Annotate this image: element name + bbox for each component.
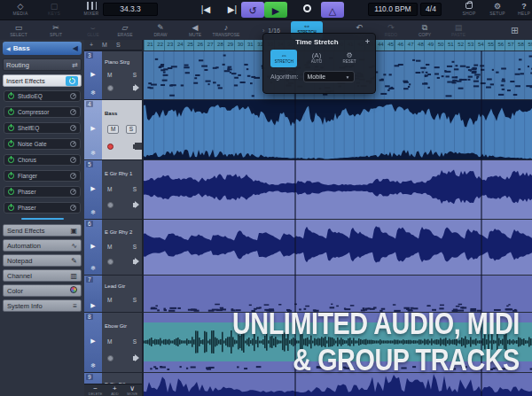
record-button[interactable]: [296, 4, 317, 14]
delete-track-button[interactable]: −DELETE: [89, 385, 103, 396]
move-tracks-icon[interactable]: +: [90, 40, 93, 50]
lane-bass[interactable]: [144, 99, 532, 159]
solo-button[interactable]: S: [133, 186, 137, 193]
track-row[interactable]: 4▶❄BassMS: [84, 99, 142, 159]
power-icon[interactable]: [8, 93, 14, 99]
inspector-section-notepad[interactable]: Notepad✎: [3, 254, 82, 267]
speaker-icon[interactable]: [133, 203, 137, 207]
mute-button[interactable]: M: [107, 338, 112, 346]
mute-button[interactable]: M: [107, 186, 112, 193]
inspector-track-header[interactable]: ◀ Bass ◀: [3, 42, 82, 55]
speaker-icon[interactable]: [133, 356, 137, 361]
tool-mute[interactable]: ◀MUTE: [180, 23, 210, 37]
effect-slot-shelfeq[interactable]: ShelfEQ: [4, 122, 81, 134]
shop-button[interactable]: SHOP: [458, 2, 481, 16]
bypass-knob-icon[interactable]: [70, 173, 76, 179]
effect-slot-compressor[interactable]: Compressor: [4, 106, 81, 118]
play-button[interactable]: ▶: [264, 2, 287, 18]
power-icon[interactable]: [8, 205, 14, 211]
record-arm-button[interactable]: [107, 259, 113, 265]
record-arm-button[interactable]: [107, 355, 113, 361]
time-signature-display[interactable]: 4/4: [420, 3, 442, 16]
monitor-icon[interactable]: ▶: [90, 185, 95, 192]
inspector-section-automation[interactable]: Automation∿: [3, 239, 82, 252]
power-icon[interactable]: [8, 125, 14, 131]
track-row[interactable]: 6▶❄E Gtr Rhy 2MS: [84, 219, 142, 275]
move-track-button[interactable]: ∨MOVE: [127, 385, 137, 396]
stretch-mode-reset[interactable]: ⚙RESET: [336, 50, 363, 67]
solo-button[interactable]: S: [133, 244, 137, 251]
tempo-display[interactable]: 110.0 BPM: [368, 3, 418, 16]
inspector-section-channel[interactable]: Channel▥: [3, 269, 82, 282]
effect-slot-phaser[interactable]: Phaser: [4, 186, 81, 198]
bypass-knob-icon[interactable]: [70, 93, 76, 99]
effect-slot-chorus[interactable]: Chorus: [4, 154, 81, 166]
freeze-icon[interactable]: ❄: [90, 265, 96, 272]
global-mute-button[interactable]: M: [102, 40, 107, 50]
tool-glue[interactable]: ⌣GLUE: [78, 23, 108, 37]
help-button[interactable]: ?HELP: [512, 2, 532, 16]
copy-button[interactable]: ⧉COPY: [410, 23, 440, 37]
bypass-knob-icon[interactable]: [70, 205, 76, 211]
freeze-icon[interactable]: ❄: [90, 209, 96, 216]
solo-button[interactable]: S: [133, 72, 137, 79]
track-row[interactable]: 5▶❄E Gtr Rhy 1MS: [84, 159, 142, 219]
inspector-row-insert-effects[interactable]: Insert Effects: [3, 74, 82, 87]
setup-button[interactable]: ⚙SETUP: [486, 2, 509, 16]
power-icon[interactable]: [8, 141, 14, 147]
power-icon[interactable]: [8, 157, 14, 163]
freeze-icon[interactable]: ❄: [90, 150, 96, 157]
record-arm-button[interactable]: [107, 144, 113, 150]
move-icon[interactable]: +: [365, 37, 370, 46]
stretch-mode-stretch[interactable]: ⇔STRETCH: [270, 50, 297, 67]
lane-e-gtr-rhy-2[interactable]: [144, 219, 532, 275]
cycle-button[interactable]: ↺: [241, 2, 264, 18]
monitor-icon[interactable]: ▶: [90, 125, 95, 132]
tool-draw[interactable]: ✎DRAW: [145, 23, 176, 37]
track-row[interactable]: 8▶❄Ebow GtrMS: [84, 312, 142, 372]
mute-button[interactable]: M: [107, 125, 119, 134]
skip-back-button[interactable]: |◀: [195, 4, 216, 14]
record-arm-button[interactable]: [107, 202, 113, 208]
power-icon[interactable]: [8, 173, 14, 179]
freeze-icon[interactable]: ❄: [90, 89, 96, 97]
monitor-icon[interactable]: ▶: [90, 243, 95, 250]
solo-button[interactable]: S: [133, 297, 137, 304]
global-solo-button[interactable]: S: [116, 40, 121, 50]
monitor-icon[interactable]: ▶: [90, 302, 95, 309]
solo-button[interactable]: S: [126, 125, 137, 134]
monitor-icon[interactable]: ▶: [90, 71, 95, 78]
speaker-icon[interactable]: [133, 260, 137, 264]
tool-erase[interactable]: ▱ERASE: [110, 23, 140, 37]
add-track-button[interactable]: ⊞: [511, 25, 519, 36]
monitor-icon[interactable]: ▶: [90, 338, 95, 345]
redo-button[interactable]: ↷REDO: [376, 23, 406, 37]
tool-select[interactable]: ▭SELECT: [4, 23, 34, 37]
inspector-section-color[interactable]: Color: [3, 284, 82, 297]
effect-slot-studioeq[interactable]: StudioEQ: [4, 90, 81, 102]
mute-button[interactable]: M: [107, 244, 112, 251]
mute-button[interactable]: M: [107, 297, 112, 304]
time-display[interactable]: 34.3.3: [103, 3, 158, 16]
tool-split[interactable]: ✂SPLIT: [41, 23, 71, 37]
bypass-knob-icon[interactable]: [70, 125, 76, 131]
freeze-icon[interactable]: ❄: [90, 362, 96, 369]
paste-button[interactable]: ▤PASTE: [443, 23, 473, 37]
record-arm-button[interactable]: [107, 85, 113, 91]
tool-transpose[interactable]: ♪TRANSPOSE: [211, 23, 241, 37]
keys-button[interactable]: ▢KEYS: [41, 2, 67, 16]
media-button[interactable]: ◇MEDIA: [7, 2, 34, 16]
algorithm-select[interactable]: Mobile ▼: [303, 71, 355, 82]
inspector-section-system-info[interactable]: System Info≡: [3, 299, 82, 312]
effect-slot-flanger[interactable]: Flanger: [4, 170, 81, 182]
power-icon[interactable]: [8, 109, 14, 115]
speaker-icon[interactable]: [133, 86, 137, 90]
bypass-knob-icon[interactable]: [70, 109, 76, 115]
power-icon[interactable]: [8, 189, 14, 195]
lane-e-gtr-rhy-1[interactable]: [144, 159, 532, 219]
solo-button[interactable]: S: [133, 338, 137, 346]
track-row[interactable]: 3▶❄Piano StrgMS: [84, 50, 142, 99]
metronome-button[interactable]: △: [321, 2, 344, 18]
bypass-knob-icon[interactable]: [70, 189, 76, 195]
inspector-row-routing[interactable]: Routing⇄: [3, 58, 82, 71]
